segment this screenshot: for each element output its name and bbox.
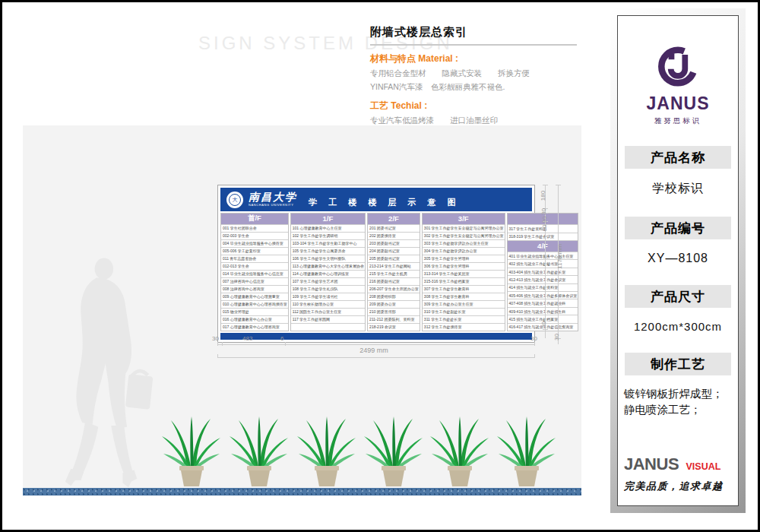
floor-room-cell: 106 学生工作处学生文明纠察队 — [291, 255, 365, 262]
floor-room-cell: 008 法律咨询中心咨询室 — [221, 286, 288, 293]
floor-room-cell: 315-316 学生工作处档案室 — [423, 278, 505, 285]
floor-room-cell: 209 团委办公室 — [368, 301, 420, 308]
dim-label: 6 — [280, 335, 283, 342]
material-label: 材料与特点 Material : — [370, 52, 581, 65]
floor-room-cell: 009 心理健康教育中心心理测量室 — [221, 293, 288, 300]
person-silhouette — [58, 253, 172, 490]
description-block: 附墙式楼层总索引 材料与特点 Material : 专用铝合金型材 隐藏式安装 … — [370, 25, 581, 127]
dim-label: 30 — [540, 208, 547, 215]
floor-room-cell: 014 毕业生就业指导服务中心信息室 — [221, 271, 288, 277]
sheet-title: 附墙式楼层总索引 — [370, 25, 581, 40]
brand-name: JANUS — [647, 93, 710, 114]
vertical-dimensions: 180 30 60.90 1170 mm 30 30 — [537, 183, 568, 346]
dim-label: 30 — [212, 335, 219, 342]
plant — [295, 416, 359, 489]
floor-room-cell: 310 学生工作处副处长室 — [423, 309, 505, 315]
floor-room-cell: 109 学生工作处学生读书社 — [291, 293, 365, 300]
sign-header: 大 南昌大学 NANCHANG UNIVERSITY 学 工 楼 楼 层 示 意… — [220, 188, 532, 211]
section-label: 产品尺寸 — [625, 285, 731, 308]
floor-room-cell: 112 国防生工作办公室主任室 — [291, 309, 365, 315]
floor-room-cell: 017 心理健康教育中心心理咨询室 — [221, 324, 288, 331]
floor-room-cell: 110 学生校长助理办公室 — [291, 301, 365, 308]
footer-slogan: 完美品质，追求卓越 — [624, 480, 732, 493]
floor-room-cell: 208 团委组织部 — [368, 293, 420, 300]
footer-brand-accent: VISUAL — [686, 461, 721, 472]
section-label: 产品名称 — [625, 146, 731, 169]
floor-room-cell: 016 心理健康教育中心办公室 — [221, 316, 288, 323]
product-code-section: 产品编号 XY—8108 — [627, 217, 729, 265]
floor-room-cell: 002-003 学生会 — [221, 233, 288, 239]
floor-room-cell: 311 学生工作处处长室 — [423, 316, 505, 323]
university-name-en: NANCHANG UNIVERSITY — [249, 204, 297, 207]
floor-room-cell: 303 学生工作处助学贷款办公室主任室 — [423, 240, 505, 247]
product-code-value: XY—8108 — [648, 252, 708, 265]
plant — [227, 416, 291, 489]
dim-label: 30 — [553, 334, 560, 340]
floor-room-cell: 101 心理健康教育中心主任室 — [291, 225, 365, 232]
sign-title: 学 工 楼 楼 层 示 意 图 — [309, 192, 460, 208]
floor-column: 首/F001 学生社团联合会002-003 学生会004 毕业生就业指导服务中心… — [220, 213, 289, 331]
floor-room-cell: 102 学生工作处学生调研组 — [291, 233, 365, 239]
product-name-section: 产品名称 学校标识 — [627, 146, 729, 197]
section-label: 制作工艺 — [625, 353, 731, 375]
craft-section: 制作工艺 镀锌钢板折焊成型；静电喷涂工艺； — [627, 353, 729, 418]
panel-footer: JANUS VISUAL 完美品质，追求卓越 — [624, 454, 732, 493]
university-name: 南昌大学 — [249, 192, 297, 203]
floor-room-cell: 211-212 团委陈列、资料室 — [368, 316, 420, 323]
total-width-label: 2499 mm — [207, 347, 540, 354]
floor-room-cell: 304 学生工作处助学贷款办公室 — [423, 248, 505, 255]
floor-room-cell: 301 学生工作处学生安全稳定与公寓管理办公室 — [423, 225, 505, 232]
floor-room-cell: 305 学生工作处学生管理科 — [423, 255, 505, 262]
dim-label: 1170 mm — [556, 244, 563, 269]
dim-label: 180 — [540, 191, 546, 201]
dim-label: 30 — [530, 335, 537, 342]
floor-room-cell: 302 学生工作处学生安全稳定与公寓管理办公室 — [423, 233, 505, 239]
floor-room-cell: 201 团委书记室 — [368, 225, 420, 232]
plant — [362, 416, 426, 489]
footer-brand: JANUS — [624, 454, 679, 473]
floor-room-cell: 004 毕业生就业指导服务中心接待室 — [221, 240, 288, 247]
floor-room-cell: 011 青年志愿者协会 — [221, 255, 288, 262]
dim-label: 60.90 — [541, 216, 548, 231]
floor-header-cell: 首/F — [221, 214, 288, 224]
product-size-value: 1200cm*300cm — [634, 320, 722, 333]
floor-index-sign: 大 南昌大学 NANCHANG UNIVERSITY 学 工 楼 楼 层 示 意… — [217, 185, 535, 343]
section-label: 产品编号 — [625, 217, 731, 239]
floor-room-cell: 309 学生工作处办公室主任室 — [423, 301, 505, 308]
floor-room-cell: 005-006 学工处复印室 — [221, 248, 288, 255]
floor-room-cell: 107 学生工作处学生艺术团 — [291, 278, 365, 285]
design-sheet: SIGN SYSTEM DESIGN 附墙式楼层总索引 材料与特点 Materi… — [0, 0, 760, 532]
technique-label: 工艺 Techial : — [370, 100, 581, 112]
floor-room-cell: 203 团委副书记室 — [368, 240, 420, 247]
university-seal-icon: 大 — [226, 192, 243, 208]
floor-room-cell: 206-207 学生会主席团办公室 — [368, 286, 420, 293]
material-line: 专用铝合金型材 隐藏式安装 拆换方便 — [370, 68, 581, 79]
university-name-block: 南昌大学 NANCHANG UNIVERSITY — [249, 192, 297, 207]
floor-room-cell: 113 心理健康教育中心大学生心理发展协会 — [291, 263, 365, 270]
floor-room-cell: 010 心理健康教育中心心理咨询接待室 — [221, 301, 288, 308]
floor-room-cell: 202 团委接待室 — [368, 233, 420, 239]
floor-room-cell: 308 学生工作处学生教育科 — [423, 293, 505, 300]
floor-room-cell: 312 学生工作处接待室 — [423, 324, 505, 331]
floor-room-cell: 210 团委宣传部 — [368, 309, 420, 315]
floor-room-cell: 108 学生工作处学生礼仪队 — [291, 286, 365, 293]
floor-column: 2/F201 团委书记室202 团委接待室203 团委副书记室204 团委副书记… — [367, 213, 420, 331]
floor-room-cell: 114 心理健康教育中心心理训练室 — [291, 271, 365, 277]
floor-room-cell — [291, 324, 365, 331]
floor-room-cell: 216 团委副书记室 — [368, 278, 420, 285]
floor-room-cell: 007 法律咨询中心信息室 — [221, 278, 288, 285]
floor-room-cell: 313-314 学生工作处奖惩室 — [423, 271, 505, 277]
janus-logo-icon — [654, 42, 701, 89]
dim-label: 30 — [540, 321, 547, 328]
floor-room-cell: 117 学生工作处家园网 — [291, 316, 365, 323]
floor-column: 1/F101 心理健康教育中心主任室102 学生工作处学生调研组103-104 … — [290, 213, 366, 331]
plant — [495, 416, 559, 489]
craft-value: 镀锌钢板折焊成型；静电喷涂工艺； — [624, 386, 732, 418]
floor-room-cell: 307 学生工作处学生教育科 — [423, 286, 505, 293]
floor-room-cell: 105 学生工作处学生公寓委员会 — [291, 248, 365, 255]
floor-room-cell: 001 学生社团联合会 — [221, 225, 288, 232]
ground-strip — [23, 488, 581, 496]
floor-header-cell: 3/F — [423, 214, 505, 224]
product-panel: JANUS 雅努思标识 产品名称 学校标识 产品编号 XY—8108 产品尺寸 … — [610, 8, 746, 513]
floor-room-cell: 218-219 会议室 — [368, 324, 420, 331]
